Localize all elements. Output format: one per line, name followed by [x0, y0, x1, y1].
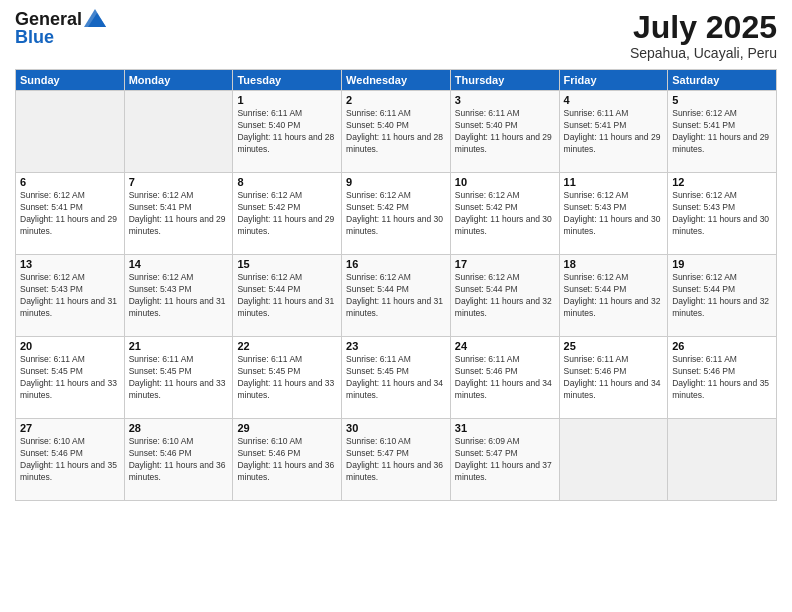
logo-icon: [84, 9, 106, 27]
calendar-cell: 11Sunrise: 6:12 AMSunset: 5:43 PMDayligh…: [559, 173, 668, 255]
day-info: Sunrise: 6:12 AMSunset: 5:41 PMDaylight:…: [672, 108, 772, 156]
month-title: July 2025: [630, 10, 777, 45]
day-number: 19: [672, 258, 772, 270]
calendar-cell: 3Sunrise: 6:11 AMSunset: 5:40 PMDaylight…: [450, 91, 559, 173]
day-info: Sunrise: 6:12 AMSunset: 5:42 PMDaylight:…: [455, 190, 555, 238]
day-number: 24: [455, 340, 555, 352]
calendar-cell: 31Sunrise: 6:09 AMSunset: 5:47 PMDayligh…: [450, 419, 559, 501]
day-info: Sunrise: 6:12 AMSunset: 5:44 PMDaylight:…: [346, 272, 446, 320]
day-info: Sunrise: 6:12 AMSunset: 5:44 PMDaylight:…: [455, 272, 555, 320]
calendar-week-2: 13Sunrise: 6:12 AMSunset: 5:43 PMDayligh…: [16, 255, 777, 337]
calendar-cell: 22Sunrise: 6:11 AMSunset: 5:45 PMDayligh…: [233, 337, 342, 419]
calendar-cell: 23Sunrise: 6:11 AMSunset: 5:45 PMDayligh…: [342, 337, 451, 419]
day-number: 10: [455, 176, 555, 188]
calendar-week-3: 20Sunrise: 6:11 AMSunset: 5:45 PMDayligh…: [16, 337, 777, 419]
day-info: Sunrise: 6:10 AMSunset: 5:47 PMDaylight:…: [346, 436, 446, 484]
calendar-cell: [559, 419, 668, 501]
day-number: 30: [346, 422, 446, 434]
day-number: 15: [237, 258, 337, 270]
day-info: Sunrise: 6:11 AMSunset: 5:40 PMDaylight:…: [237, 108, 337, 156]
day-info: Sunrise: 6:10 AMSunset: 5:46 PMDaylight:…: [129, 436, 229, 484]
header: General Blue July 2025 Sepahua, Ucayali,…: [15, 10, 777, 61]
day-info: Sunrise: 6:12 AMSunset: 5:41 PMDaylight:…: [20, 190, 120, 238]
day-info: Sunrise: 6:12 AMSunset: 5:43 PMDaylight:…: [129, 272, 229, 320]
day-info: Sunrise: 6:09 AMSunset: 5:47 PMDaylight:…: [455, 436, 555, 484]
location-subtitle: Sepahua, Ucayali, Peru: [630, 45, 777, 61]
day-number: 26: [672, 340, 772, 352]
header-thursday: Thursday: [450, 70, 559, 91]
calendar-cell: 1Sunrise: 6:11 AMSunset: 5:40 PMDaylight…: [233, 91, 342, 173]
day-number: 5: [672, 94, 772, 106]
day-number: 31: [455, 422, 555, 434]
calendar-cell: 2Sunrise: 6:11 AMSunset: 5:40 PMDaylight…: [342, 91, 451, 173]
calendar-cell: 25Sunrise: 6:11 AMSunset: 5:46 PMDayligh…: [559, 337, 668, 419]
day-info: Sunrise: 6:11 AMSunset: 5:45 PMDaylight:…: [346, 354, 446, 402]
day-number: 14: [129, 258, 229, 270]
calendar-week-0: 1Sunrise: 6:11 AMSunset: 5:40 PMDaylight…: [16, 91, 777, 173]
calendar-cell: 6Sunrise: 6:12 AMSunset: 5:41 PMDaylight…: [16, 173, 125, 255]
day-info: Sunrise: 6:12 AMSunset: 5:44 PMDaylight:…: [672, 272, 772, 320]
calendar-cell: 17Sunrise: 6:12 AMSunset: 5:44 PMDayligh…: [450, 255, 559, 337]
day-info: Sunrise: 6:11 AMSunset: 5:41 PMDaylight:…: [564, 108, 664, 156]
header-friday: Friday: [559, 70, 668, 91]
day-number: 13: [20, 258, 120, 270]
day-number: 21: [129, 340, 229, 352]
calendar-cell: 12Sunrise: 6:12 AMSunset: 5:43 PMDayligh…: [668, 173, 777, 255]
day-number: 6: [20, 176, 120, 188]
calendar-cell: 7Sunrise: 6:12 AMSunset: 5:41 PMDaylight…: [124, 173, 233, 255]
calendar-cell: 10Sunrise: 6:12 AMSunset: 5:42 PMDayligh…: [450, 173, 559, 255]
calendar-cell: 28Sunrise: 6:10 AMSunset: 5:46 PMDayligh…: [124, 419, 233, 501]
day-number: 1: [237, 94, 337, 106]
day-number: 18: [564, 258, 664, 270]
day-info: Sunrise: 6:12 AMSunset: 5:42 PMDaylight:…: [346, 190, 446, 238]
logo-blue: Blue: [15, 28, 106, 48]
day-number: 25: [564, 340, 664, 352]
calendar-cell: 20Sunrise: 6:11 AMSunset: 5:45 PMDayligh…: [16, 337, 125, 419]
day-info: Sunrise: 6:10 AMSunset: 5:46 PMDaylight:…: [20, 436, 120, 484]
calendar-cell: 19Sunrise: 6:12 AMSunset: 5:44 PMDayligh…: [668, 255, 777, 337]
header-monday: Monday: [124, 70, 233, 91]
day-info: Sunrise: 6:12 AMSunset: 5:44 PMDaylight:…: [564, 272, 664, 320]
calendar-cell: 14Sunrise: 6:12 AMSunset: 5:43 PMDayligh…: [124, 255, 233, 337]
calendar-cell: 26Sunrise: 6:11 AMSunset: 5:46 PMDayligh…: [668, 337, 777, 419]
day-number: 20: [20, 340, 120, 352]
day-info: Sunrise: 6:11 AMSunset: 5:40 PMDaylight:…: [346, 108, 446, 156]
day-number: 11: [564, 176, 664, 188]
day-number: 22: [237, 340, 337, 352]
header-sunday: Sunday: [16, 70, 125, 91]
calendar-cell: 30Sunrise: 6:10 AMSunset: 5:47 PMDayligh…: [342, 419, 451, 501]
day-number: 12: [672, 176, 772, 188]
calendar-cell: 18Sunrise: 6:12 AMSunset: 5:44 PMDayligh…: [559, 255, 668, 337]
page: General Blue July 2025 Sepahua, Ucayali,…: [0, 0, 792, 612]
calendar-week-4: 27Sunrise: 6:10 AMSunset: 5:46 PMDayligh…: [16, 419, 777, 501]
weekday-header-row: Sunday Monday Tuesday Wednesday Thursday…: [16, 70, 777, 91]
day-number: 17: [455, 258, 555, 270]
day-info: Sunrise: 6:11 AMSunset: 5:46 PMDaylight:…: [672, 354, 772, 402]
header-tuesday: Tuesday: [233, 70, 342, 91]
day-info: Sunrise: 6:10 AMSunset: 5:46 PMDaylight:…: [237, 436, 337, 484]
logo: General Blue: [15, 10, 106, 48]
calendar-table: Sunday Monday Tuesday Wednesday Thursday…: [15, 69, 777, 501]
day-number: 9: [346, 176, 446, 188]
day-number: 2: [346, 94, 446, 106]
header-saturday: Saturday: [668, 70, 777, 91]
day-number: 16: [346, 258, 446, 270]
calendar-cell: 21Sunrise: 6:11 AMSunset: 5:45 PMDayligh…: [124, 337, 233, 419]
calendar-cell: 4Sunrise: 6:11 AMSunset: 5:41 PMDaylight…: [559, 91, 668, 173]
day-info: Sunrise: 6:12 AMSunset: 5:44 PMDaylight:…: [237, 272, 337, 320]
day-number: 29: [237, 422, 337, 434]
calendar-cell: 13Sunrise: 6:12 AMSunset: 5:43 PMDayligh…: [16, 255, 125, 337]
calendar-cell: 8Sunrise: 6:12 AMSunset: 5:42 PMDaylight…: [233, 173, 342, 255]
calendar-cell: 5Sunrise: 6:12 AMSunset: 5:41 PMDaylight…: [668, 91, 777, 173]
calendar-week-1: 6Sunrise: 6:12 AMSunset: 5:41 PMDaylight…: [16, 173, 777, 255]
day-number: 8: [237, 176, 337, 188]
calendar-cell: 9Sunrise: 6:12 AMSunset: 5:42 PMDaylight…: [342, 173, 451, 255]
day-info: Sunrise: 6:11 AMSunset: 5:45 PMDaylight:…: [20, 354, 120, 402]
header-wednesday: Wednesday: [342, 70, 451, 91]
day-info: Sunrise: 6:12 AMSunset: 5:42 PMDaylight:…: [237, 190, 337, 238]
day-number: 23: [346, 340, 446, 352]
calendar-cell: 16Sunrise: 6:12 AMSunset: 5:44 PMDayligh…: [342, 255, 451, 337]
day-info: Sunrise: 6:11 AMSunset: 5:45 PMDaylight:…: [237, 354, 337, 402]
title-block: July 2025 Sepahua, Ucayali, Peru: [630, 10, 777, 61]
day-info: Sunrise: 6:11 AMSunset: 5:46 PMDaylight:…: [455, 354, 555, 402]
